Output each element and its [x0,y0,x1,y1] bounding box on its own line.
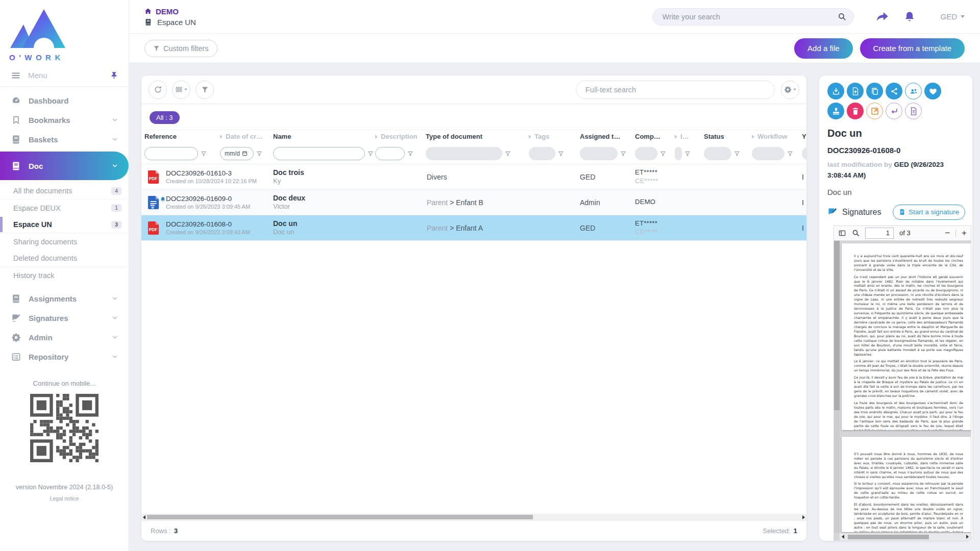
sidebar-item-dashboard[interactable]: Dashboard [0,91,129,110]
hamburger-icon[interactable] [11,71,20,80]
column-header-reference[interactable]: Reference [144,133,220,140]
filter-button[interactable] [195,81,214,99]
bell-icon[interactable] [903,11,916,23]
sidebar-item-label: Dashboard [29,96,68,105]
sidebar-item-assignments[interactable]: Assignments [0,289,129,308]
table-row[interactable]: PDFDOC230926-01608-0Created on 9/26/2023… [141,215,806,241]
description-filter-input[interactable] [375,147,405,160]
row-assigned: Admin [580,198,600,207]
scrollbar-thumb[interactable] [848,535,929,539]
chevron-down-icon [111,295,118,302]
download-button[interactable] [827,83,844,99]
caret-down-icon [961,15,965,18]
document-info-button[interactable] [905,103,922,119]
zoom-in-button[interactable]: + [962,229,967,237]
refresh-button[interactable] [149,81,167,99]
share-icon[interactable] [875,10,889,23]
column-header-type[interactable]: Type of document [426,133,529,140]
funnel-icon[interactable] [660,151,666,157]
create-from-template-button[interactable]: Create from a template [860,38,965,59]
date-filter-input[interactable]: mm/d [220,147,254,160]
scrollbar-thumb[interactable] [147,515,533,519]
sidebar-subitem-espace-deux[interactable]: Espace DEUX1 [0,199,129,216]
pdf-preview-area[interactable]: Il y a aujourd'hui trois cent quarante-h… [834,241,971,541]
sidebar-item-doc[interactable]: Doc [0,152,129,180]
column-header-company[interactable]: Comp… [635,133,675,140]
columns-button[interactable] [172,81,190,99]
start-signature-button[interactable]: Start a signature [893,205,965,220]
user-menu[interactable]: GED [940,12,965,21]
sidebar-subitem-espace-un[interactable]: Espace UN3 [0,216,129,233]
sidebar-item-bookmarks[interactable]: Bookmarks [0,110,129,130]
column-header-assigned[interactable]: Assigned t… [580,133,635,140]
column-header-status[interactable]: Status [704,133,752,140]
upload-version-button[interactable] [847,83,864,99]
scroll-left-arrow[interactable] [143,515,145,519]
all-count-badge[interactable]: All : 3 [150,111,180,124]
pin-icon[interactable] [110,71,118,80]
column-header-y[interactable]: Y… [802,133,806,140]
filter-cell-y [802,147,806,160]
column-header-date[interactable]: Date of cr… [220,133,273,140]
sidebar-toggle-icon[interactable] [838,229,846,237]
funnel-icon[interactable] [368,151,374,157]
funnel-icon[interactable] [620,151,626,157]
breadcrumb-root[interactable]: DEMO [144,7,196,16]
funnel-icon[interactable] [734,151,740,157]
y-filter-disabled [802,147,806,160]
sidebar-subitem-deleted-documents[interactable]: Deleted documents [0,250,129,267]
users-access-button[interactable] [905,83,922,99]
scroll-right-arrow[interactable] [966,535,969,539]
open-external-button[interactable] [866,103,883,119]
page-number-input[interactable] [865,228,894,239]
stamp-button[interactable] [827,103,844,119]
funnel-icon[interactable] [787,151,793,157]
table-settings-button[interactable] [781,81,799,99]
column-header-workflow[interactable]: Workflow [752,133,802,140]
column-header-name[interactable]: Name [273,133,375,140]
sidebar-item-baskets[interactable]: Baskets [0,130,129,149]
breadcrumb-page[interactable]: Espace UN [144,18,196,27]
chevron-down-icon [111,314,118,321]
funnel-icon[interactable] [684,151,691,157]
name-filter-input[interactable] [273,147,365,160]
copy-button[interactable] [866,83,883,99]
company-filter-disabled [635,147,657,160]
pdf-vertical-scrollbar[interactable] [834,241,840,533]
funnel-icon[interactable] [558,151,564,157]
fulltext-search-input[interactable] [576,81,775,99]
table-row[interactable]: PDFDOC230926-01610-3Created on 10/28/202… [141,164,806,190]
sidebar-item-signatures[interactable]: Signatures [0,308,129,328]
global-search-input[interactable] [662,13,838,21]
sidebar-item-repository[interactable]: Repository [0,347,129,366]
share-document-button[interactable] [886,83,902,99]
funnel-icon[interactable] [505,151,511,157]
column-header-i[interactable]: I… [675,133,704,140]
add-file-button[interactable]: Add a file [794,38,853,59]
legal-notice-link[interactable]: Legal notice [0,495,129,502]
return-button[interactable] [886,103,902,119]
delete-button[interactable] [847,103,864,119]
scroll-left-arrow[interactable] [842,535,844,539]
filter-cell-status [704,147,752,160]
table-horizontal-scrollbar[interactable] [141,514,806,520]
custom-filters-button[interactable]: Custom filters [144,40,217,57]
sidebar-subitem-sharing-documents[interactable]: Sharing documents [0,233,129,250]
table-row[interactable]: wDOC230926-01609-0Created on 9/26/2023 3… [141,190,806,215]
scroll-right-arrow[interactable] [802,515,805,519]
sidebar-subitem-all-the-documents[interactable]: All the documents4 [0,183,129,199]
funnel-icon[interactable] [201,151,207,157]
zoom-search-icon[interactable] [852,229,860,237]
funnel-icon[interactable] [256,151,262,157]
funnel-icon[interactable] [407,151,413,157]
scrollbar-thumb[interactable] [834,241,840,410]
zoom-out-button[interactable]: − [945,229,950,237]
favorite-button[interactable] [924,83,941,99]
search-icon[interactable] [838,12,846,21]
sidebar-item-admin[interactable]: Admin [0,328,129,347]
sidebar-subitem-history-track[interactable]: History track [0,267,129,284]
column-header-description[interactable]: Description [375,133,426,140]
reference-filter-input[interactable] [144,147,198,160]
column-header-tags[interactable]: Tags [529,133,580,140]
pdf-horizontal-scrollbar[interactable] [840,533,971,540]
